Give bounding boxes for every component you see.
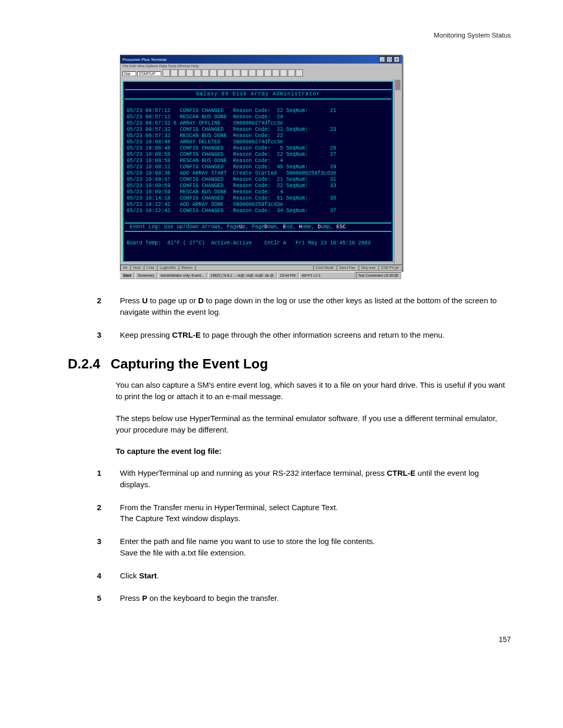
maximize-icon[interactable]: □ xyxy=(386,56,393,63)
toolbar: Dial STARTUP xyxy=(120,68,402,79)
step-number: 3 xyxy=(95,536,120,559)
proc-step-3: 3 Enter the path and file name you want … xyxy=(95,536,511,559)
step-text: Enter the path and file name you want to… xyxy=(120,536,511,559)
key-ctrl-e: CTRL-E xyxy=(387,468,415,477)
taskbar-button[interactable]: Administrator only: Event... xyxy=(158,272,207,279)
toolbar-icon[interactable] xyxy=(296,69,303,77)
step-number: 5 xyxy=(95,593,120,604)
startup-combo[interactable]: STARTUP xyxy=(137,71,161,76)
text: on the keyboard to begin the transfer. xyxy=(148,594,279,602)
toolbar-icon[interactable] xyxy=(210,69,217,77)
step-number: 2 xyxy=(95,295,120,318)
step-2: 2 Press U to page up or D to page down i… xyxy=(95,295,511,318)
terminal-banner: Galaxy 65 Disk Array Administrator xyxy=(125,89,391,100)
terminal-screenshot: Procomm Plus Terminal _ □ x File Edit Vi… xyxy=(120,55,511,279)
page: Monitoring System Status Procomm Plus Te… xyxy=(0,0,563,664)
status-cell: Chat xyxy=(144,265,157,270)
proc-step-5: 5 Press P on the keyboard to begin the t… xyxy=(95,593,511,604)
taskbar-button[interactable]: 10:44 PM xyxy=(277,272,298,279)
toolbar-icon[interactable] xyxy=(288,69,295,77)
toolbar-icon[interactable] xyxy=(280,69,287,77)
toolbar-icon[interactable] xyxy=(249,69,256,77)
text: Keep pressing xyxy=(120,330,172,339)
close-icon[interactable]: x xyxy=(394,56,400,63)
step-text: From the Transfer menu in HyperTerminal,… xyxy=(120,502,511,525)
toolbar-icon[interactable] xyxy=(202,69,209,77)
step-text: With HyperTerminal up and running as you… xyxy=(120,467,511,490)
step-number: 4 xyxy=(95,570,120,582)
text: Click xyxy=(120,571,139,580)
taskbar-button[interactable]: Screeners xyxy=(135,272,157,279)
section-number: D.2.4 xyxy=(68,356,100,372)
status-cell: 0:00 Pri pd xyxy=(378,265,401,270)
start-button[interactable]: Start xyxy=(120,272,134,279)
key-ctrl-e: CTRL-E xyxy=(172,330,201,339)
toolbar-icon[interactable] xyxy=(217,69,225,77)
window-titlebar: Procomm Plus Terminal _ □ x xyxy=(120,55,402,64)
procedure-steps: 1 With HyperTerminal up and running as y… xyxy=(95,467,511,604)
step-text: Press U to page up or D to page down in … xyxy=(120,295,511,318)
toolbar-icons xyxy=(162,69,303,78)
text: to page through the other information sc… xyxy=(201,330,445,339)
hint-text: p, Page xyxy=(242,224,264,230)
procedure-subhead: To capture the event log file: xyxy=(116,446,511,457)
page-number: 157 xyxy=(68,635,511,644)
status-cell: Login/Wiz xyxy=(157,265,178,270)
menu-bar[interactable]: File Edit View Options Data Tools Window… xyxy=(120,64,402,68)
taskbar-button[interactable]: 19823 | N.8.1 ... re@: re@: ex@: da @ xyxy=(208,272,276,279)
section-heading: D.2.4 Capturing the Event Log xyxy=(68,356,511,372)
status-cell xyxy=(195,265,312,270)
status-cell: Return xyxy=(179,265,195,270)
step-number: 2 xyxy=(95,502,120,525)
toolbar-icon[interactable] xyxy=(241,69,248,77)
event-log-lines: 05/23 09:57:12 CONFIG CHANGED Reason Cod… xyxy=(124,108,393,214)
toolbar-icon[interactable] xyxy=(163,69,170,77)
dial-combo[interactable]: Dial xyxy=(123,71,136,76)
nav-hint: Event Log: Use up/down arrows, PageUp, P… xyxy=(125,223,391,232)
status-cell: Cmd Mode xyxy=(313,265,336,270)
hint-text: ome, xyxy=(302,224,317,230)
paragraph: The steps below use HyperTerminal as the… xyxy=(116,413,511,436)
system-tray[interactable]: Not Connected 10:30:00 xyxy=(356,272,401,279)
text: Press xyxy=(120,296,142,305)
toolbar-icon[interactable] xyxy=(225,69,232,77)
text: Press xyxy=(120,594,142,602)
status-cell: Alt xyxy=(120,265,130,270)
toolbar-icon[interactable] xyxy=(186,69,193,77)
step-text: Press P on the keyboard to begin the tra… xyxy=(120,593,511,604)
proc-step-4: 4 Click Start. xyxy=(95,570,511,582)
status-cell: Host xyxy=(130,265,143,270)
toolbar-icon[interactable] xyxy=(178,69,186,77)
toolbar-icon[interactable] xyxy=(256,69,264,77)
window-controls: _ □ x xyxy=(379,56,400,63)
toolbar-icon[interactable] xyxy=(233,69,240,77)
step-number: 1 xyxy=(95,467,120,490)
scrollbar[interactable] xyxy=(394,79,401,264)
section-body: You can also capture a SM's entire event… xyxy=(116,379,511,457)
paragraph: You can also capture a SM's entire event… xyxy=(116,379,511,402)
toolbar-icon[interactable] xyxy=(272,69,279,77)
text: . xyxy=(157,571,159,580)
text: With HyperTerminal up and running as you… xyxy=(120,468,387,477)
step-number: 3 xyxy=(95,329,120,341)
proc-step-1: 1 With HyperTerminal up and running as y… xyxy=(95,467,511,490)
toolbar-icon[interactable] xyxy=(194,69,201,77)
toolbar-icon[interactable] xyxy=(264,69,272,77)
step-text: Click Start. xyxy=(120,570,511,582)
key-p: P xyxy=(142,594,148,602)
step-text: Keep pressing CTRL-E to page through the… xyxy=(120,329,511,341)
toolbar-icon[interactable] xyxy=(170,69,178,77)
proc-step-2: 2 From the Transfer menu in HyperTermina… xyxy=(95,502,511,525)
hint-text: Event Log: Use up/down arrows, Page xyxy=(127,224,239,230)
hint-text: own, xyxy=(267,224,283,230)
minimize-icon[interactable]: _ xyxy=(379,56,385,63)
taskbar-button[interactable]: Alt+F1 L1:1 xyxy=(299,272,355,279)
terminal-area: Galaxy 65 Disk Array Administrator 05/23… xyxy=(120,79,402,264)
taskbar: Start Screeners Administrator only: Even… xyxy=(120,271,401,279)
window-statusbar: Alt Host Chat Login/Wiz Return Cmd Mode … xyxy=(120,264,402,270)
app-window: Procomm Plus Terminal _ □ x File Edit Vi… xyxy=(120,55,402,271)
section-title: Capturing the Event Log xyxy=(111,356,268,372)
key-u: U xyxy=(142,296,148,305)
key-d: D xyxy=(198,296,204,305)
terminal-screen: Galaxy 65 Disk Array Administrator 05/23… xyxy=(123,81,394,262)
